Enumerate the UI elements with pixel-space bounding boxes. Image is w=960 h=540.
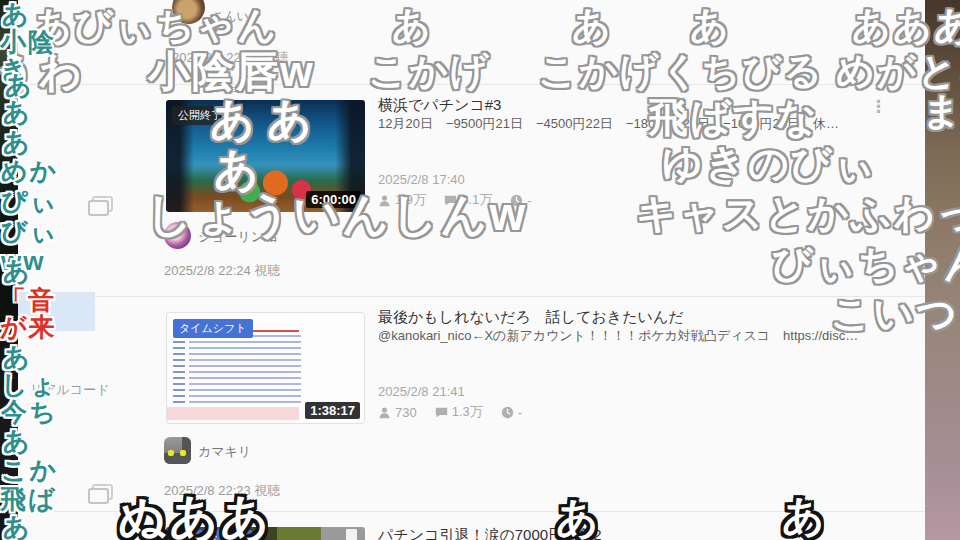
danmaku-comment: ぴぃ xyxy=(1,188,58,215)
timeshift-stat: - xyxy=(501,405,522,420)
danmaku-comment: こかげ xyxy=(368,52,491,92)
danmaku-comment: びぃ xyxy=(1,218,58,245)
viewers-stat: 730 xyxy=(378,405,417,420)
thumbnail-text-rows xyxy=(189,335,301,407)
danmaku-comment: あ xyxy=(3,514,32,540)
divider xyxy=(18,296,925,297)
danmaku-comment: 小陰 xyxy=(0,29,56,56)
danmaku-comment: あびぃちゃん xyxy=(33,6,278,46)
danmaku-comment: あ xyxy=(214,146,261,192)
timeshift-count: - xyxy=(518,405,522,420)
viewer-icon xyxy=(378,406,391,419)
copy-stack-icon[interactable] xyxy=(88,484,110,501)
danmaku-comment: 今ち xyxy=(1,399,58,426)
thumbnail-pink-bar xyxy=(167,407,299,420)
danmaku-comment: あああ xyxy=(852,6,960,46)
danmaku-comment: こか xyxy=(1,457,58,484)
timeshift-count: - xyxy=(527,193,531,208)
danmaku-comment: 小陰唇w xyxy=(148,50,315,94)
broadcast-date: 2025/2/8 17:40 xyxy=(378,172,465,187)
watch-history-page: リアルコード こんい 2025/2/8 22:25 視聴 公開終了 6:00:0… xyxy=(0,0,960,540)
danmaku-comment: まあ xyxy=(922,92,960,132)
danmaku-comment: 「音 xyxy=(0,287,56,314)
danmaku-comment: こいつ、 xyxy=(830,292,960,334)
timeshift-badge: タイムシフト xyxy=(173,319,253,338)
danmaku-comment: あ xyxy=(5,72,34,99)
avatar[interactable] xyxy=(164,437,191,464)
danmaku-comment: あ xyxy=(3,258,32,285)
danmaku-comment: キャスとかふわっち xyxy=(636,192,960,234)
video-thumbnail[interactable]: タイムシフト 1:38:17 xyxy=(166,312,365,424)
danmaku-comment: あ xyxy=(3,428,32,455)
clock-icon xyxy=(501,406,514,419)
danmaku-comment: ゆきのびぃ xyxy=(662,142,877,184)
danmaku-comment: ぬああ xyxy=(118,492,271,540)
danmaku-comment: あ xyxy=(3,344,32,371)
video-title[interactable]: 横浜でパチンコ#3 xyxy=(378,96,501,115)
danmaku-comment: あ xyxy=(556,496,601,540)
danmaku-comment: しょういんしんw xyxy=(146,190,527,238)
danmaku-comment: めか xyxy=(1,158,58,185)
danmaku-comment: あ xyxy=(2,1,31,28)
danmaku-comment: あ xyxy=(3,129,32,156)
viewer-count: 730 xyxy=(395,405,417,420)
stats-row: 730 1.3万 - xyxy=(378,403,522,421)
broadcast-date: 2025/2/8 21:41 xyxy=(378,384,465,399)
danmaku-comment: ああ xyxy=(210,96,324,142)
copy-stack-icon[interactable] xyxy=(88,196,110,213)
watched-timestamp: 2025/2/8 22:24 視聴 xyxy=(164,262,280,280)
danmaku-comment: あ xyxy=(392,6,433,46)
channel-name[interactable]: カマキリ xyxy=(198,443,251,461)
danmaku-comment: めがとろ xyxy=(836,52,960,92)
danmaku-comment: あ xyxy=(572,6,613,46)
thumbnail-number-column xyxy=(173,335,185,407)
comments-stat: 1.3万 xyxy=(435,403,483,421)
danmaku-comment: 飛ばすな xyxy=(648,96,819,138)
file-icon xyxy=(346,529,357,540)
danmaku-comment: しょ xyxy=(1,372,58,399)
danmaku-comment: あ xyxy=(690,6,731,46)
duration-badge: 1:38:17 xyxy=(305,402,360,419)
danmaku-comment: が来 xyxy=(0,314,57,341)
video-title[interactable]: 最後かもしれないだろ 話しておきたいんだ xyxy=(378,308,684,327)
danmaku-comment: びぃちゃん xyxy=(772,242,960,284)
item-menu-button[interactable]: ⋮ xyxy=(870,102,887,111)
danmaku-comment: あ xyxy=(3,99,32,126)
danmaku-comment: 飛ば xyxy=(0,486,57,513)
comment-count: 1.3万 xyxy=(452,403,483,421)
comment-icon xyxy=(435,406,448,419)
danmaku-comment: あ xyxy=(782,494,827,538)
danmaku-comment: こかげくちびる xyxy=(538,52,824,92)
